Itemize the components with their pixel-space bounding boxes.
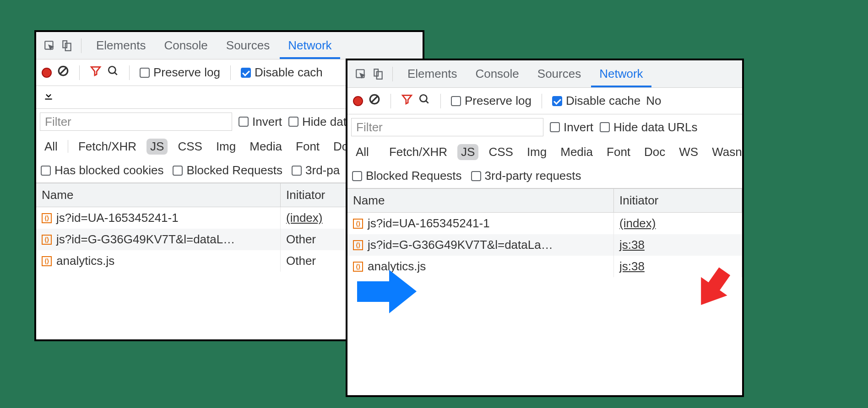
filter-icon[interactable] — [90, 65, 102, 80]
svg-line-12 — [372, 97, 378, 102]
svg-rect-7 — [45, 99, 52, 100]
initiator-cell[interactable]: (index) — [614, 213, 742, 234]
types-row: All Fetch/XHR JS CSS Img Media Font Doc … — [347, 140, 742, 164]
preserve-log-checkbox[interactable]: Preserve log — [451, 94, 532, 108]
type-css[interactable]: CSS — [174, 139, 206, 155]
svg-rect-1 — [63, 41, 67, 48]
blocked-requests-label: Blocked Requests — [186, 163, 282, 177]
request-name: js?id=UA-165345241-1 — [56, 211, 179, 225]
blocked-requests-checkbox[interactable]: Blocked Requests — [352, 169, 462, 183]
js-file-icon: ⟨⟩ — [353, 219, 363, 229]
requests-table: Name Initiator ⟨⟩js?id=UA-165345241-1 (i… — [347, 188, 742, 277]
svg-point-13 — [420, 95, 427, 102]
type-media[interactable]: Media — [557, 144, 597, 160]
devtools-panel-right: Elements Console Sources Network Preserv… — [346, 59, 744, 397]
initiator-cell[interactable]: js:38 — [614, 234, 742, 256]
request-name: js?id=UA-165345241-1 — [368, 216, 490, 231]
type-all[interactable]: All — [352, 144, 373, 160]
type-ws[interactable]: WS — [675, 144, 702, 160]
initiator-link[interactable]: js:38 — [619, 238, 645, 252]
type-media[interactable]: Media — [246, 139, 286, 155]
clear-icon[interactable] — [57, 65, 69, 80]
tab-elements[interactable]: Elements — [88, 32, 154, 59]
column-initiator[interactable]: Initiator — [614, 189, 742, 213]
request-name-cell[interactable]: ⟨⟩analytics.js — [36, 250, 281, 272]
disable-cache-checkbox[interactable]: Disable cach — [241, 65, 323, 80]
preserve-log-checkbox[interactable]: Preserve log — [140, 65, 220, 80]
separator — [542, 94, 542, 108]
tab-network[interactable]: Network — [591, 60, 651, 87]
third-party-checkbox[interactable]: 3rd-pa — [292, 163, 340, 177]
search-icon[interactable] — [107, 65, 119, 80]
invert-checkbox[interactable]: Invert — [550, 120, 593, 134]
device-toggle-icon[interactable] — [370, 66, 386, 82]
filter-icon[interactable] — [401, 93, 413, 108]
type-img[interactable]: Img — [212, 139, 239, 155]
separator — [81, 38, 81, 53]
clear-icon[interactable] — [369, 93, 380, 108]
invert-checkbox[interactable]: Invert — [239, 115, 282, 129]
tabs-row: Elements Console Sources Network — [347, 60, 742, 88]
initiator-link[interactable]: js:38 — [619, 259, 645, 274]
device-toggle-icon[interactable] — [59, 38, 75, 54]
type-font[interactable]: Font — [603, 144, 634, 160]
column-name[interactable]: Name — [36, 183, 281, 207]
disable-cache-label: Disable cache — [566, 94, 640, 108]
tabs-row: Elements Console Sources Network — [36, 32, 423, 59]
truncated-text: No — [646, 94, 661, 108]
initiator-text: Other — [286, 232, 316, 247]
column-name[interactable]: Name — [347, 189, 614, 213]
invert-label: Invert — [564, 120, 593, 134]
type-fetch[interactable]: Fetch/XHR — [385, 144, 451, 160]
blocked-requests-label: Blocked Requests — [366, 169, 462, 183]
blocked-cookies-label: Has blocked cookies — [54, 163, 163, 177]
type-img[interactable]: Img — [523, 144, 550, 160]
request-name-cell[interactable]: ⟨⟩js?id=G-G36G49KV7T&l=dataL… — [36, 229, 281, 250]
request-name-cell[interactable]: ⟨⟩js?id=UA-165345241-1 — [347, 213, 614, 234]
request-name-cell[interactable]: ⟨⟩js?id=G-G36G49KV7T&l=dataLa… — [347, 234, 614, 256]
request-name-cell[interactable]: ⟨⟩js?id=UA-165345241-1 — [36, 207, 281, 229]
type-js[interactable]: JS — [457, 144, 478, 160]
separator — [391, 94, 391, 108]
annotation-arrow-icon — [692, 265, 733, 311]
checks-row: Blocked Requests 3rd-party requests — [347, 164, 742, 188]
separator — [129, 65, 130, 80]
type-wasm[interactable]: Wasn — [708, 144, 742, 160]
hide-data-urls-checkbox[interactable]: Hide data URLs — [600, 120, 698, 134]
record-icon[interactable] — [42, 68, 52, 78]
separator — [68, 140, 68, 153]
disable-cache-checkbox[interactable]: Disable cache — [552, 94, 640, 108]
tab-console[interactable]: Console — [467, 60, 527, 87]
toolbar-row: Preserve log Disable cache No — [347, 88, 742, 114]
third-party-checkbox[interactable]: 3rd-party requests — [471, 169, 581, 183]
tab-sources[interactable]: Sources — [218, 32, 278, 59]
inspect-icon[interactable] — [42, 38, 57, 54]
type-js[interactable]: JS — [146, 139, 168, 155]
filter-row: Filter Invert Hide data URLs — [347, 114, 742, 140]
type-css[interactable]: CSS — [485, 144, 516, 160]
separator — [230, 65, 231, 80]
preserve-log-label: Preserve log — [465, 94, 532, 108]
search-icon[interactable] — [418, 93, 430, 108]
initiator-link[interactable]: (index) — [286, 211, 322, 225]
type-all[interactable]: All — [41, 139, 61, 155]
js-file-icon: ⟨⟩ — [353, 240, 363, 250]
record-icon[interactable] — [353, 96, 363, 106]
type-fetch[interactable]: Fetch/XHR — [75, 139, 140, 155]
tab-console[interactable]: Console — [156, 32, 216, 59]
separator — [440, 94, 441, 108]
filter-input[interactable]: Filter — [40, 113, 232, 131]
filter-input[interactable]: Filter — [351, 118, 543, 136]
tab-elements[interactable]: Elements — [399, 60, 465, 87]
inspect-icon[interactable] — [353, 66, 369, 82]
type-font[interactable]: Font — [292, 139, 323, 155]
type-doc[interactable]: Doc — [640, 144, 669, 160]
download-icon[interactable] — [43, 90, 54, 105]
svg-point-5 — [108, 66, 115, 73]
tab-network[interactable]: Network — [280, 32, 340, 59]
initiator-link[interactable]: (index) — [619, 216, 656, 231]
blocked-requests-checkbox[interactable]: Blocked Requests — [173, 163, 282, 177]
blocked-cookies-checkbox[interactable]: Has blocked cookies — [41, 163, 163, 177]
request-name: analytics.js — [56, 254, 114, 268]
tab-sources[interactable]: Sources — [529, 60, 589, 87]
